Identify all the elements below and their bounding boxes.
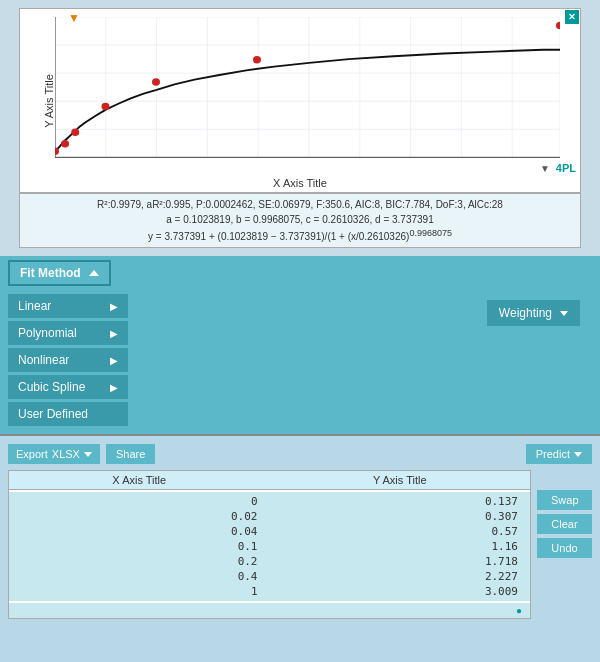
x-cell-5[interactable]: 0.4 bbox=[17, 569, 262, 584]
y-axis-label: Y Axis Title bbox=[43, 74, 55, 128]
predict-button[interactable]: Predict bbox=[526, 444, 592, 464]
stats-line1: R²:0.9979, aR²:0.995, P:0.0002462, SE:0.… bbox=[26, 197, 574, 212]
middle-row: Linear ▶ Polynomial ▶ Nonlinear ▶ Cubic … bbox=[0, 290, 600, 434]
x-cell-4[interactable]: 0.2 bbox=[17, 554, 262, 569]
swap-button[interactable]: Swap bbox=[537, 490, 592, 510]
clear-button[interactable]: Clear bbox=[537, 514, 592, 534]
data-table-area: X Axis Title Y Axis Title 0 0.02 0.04 0.… bbox=[8, 470, 592, 619]
svg-text:0.9: 0.9 bbox=[506, 161, 519, 162]
menu-item-user-defined[interactable]: User Defined bbox=[8, 402, 128, 426]
y-cell-3[interactable]: 1.16 bbox=[278, 539, 523, 554]
linear-arrow-icon: ▶ bbox=[110, 301, 118, 312]
svg-text:0.5: 0.5 bbox=[303, 161, 316, 162]
table-header: X Axis Title Y Axis Title bbox=[9, 471, 530, 490]
chart-dropdown-arrow[interactable]: ▼ bbox=[540, 163, 550, 174]
svg-text:0.7: 0.7 bbox=[404, 161, 417, 162]
table-col-x: 0 0.02 0.04 0.1 0.2 0.4 1 bbox=[9, 490, 270, 603]
top-section: Y Axis Title bbox=[0, 0, 600, 256]
y-cell-4[interactable]: 1.718 bbox=[278, 554, 523, 569]
table-col-y: 0.137 0.307 0.57 1.16 1.718 2.227 3.009 bbox=[270, 490, 531, 603]
svg-point-20 bbox=[71, 129, 79, 136]
svg-point-19 bbox=[61, 140, 69, 147]
middle-section: Fit Method Linear ▶ Polynomial ▶ Nonline… bbox=[0, 256, 600, 434]
y-cell-2[interactable]: 0.57 bbox=[278, 524, 523, 539]
svg-text:0.3: 0.3 bbox=[201, 161, 214, 162]
y-cell-5[interactable]: 2.227 bbox=[278, 569, 523, 584]
menu-item-linear[interactable]: Linear ▶ bbox=[8, 294, 128, 318]
weighting-arrow-down-icon bbox=[560, 311, 568, 316]
menu-item-nonlinear[interactable]: Nonlinear ▶ bbox=[8, 348, 128, 372]
undo-button[interactable]: Undo bbox=[537, 538, 592, 558]
menu-item-polynomial[interactable]: Polynomial ▶ bbox=[8, 321, 128, 345]
export-button[interactable]: Export XLSX bbox=[8, 444, 100, 464]
share-button[interactable]: Share bbox=[106, 444, 155, 464]
weighting-button[interactable]: Weighting bbox=[487, 300, 580, 326]
fit-method-button[interactable]: Fit Method bbox=[8, 260, 111, 286]
y-cell-0[interactable]: 0.137 bbox=[278, 494, 523, 509]
stats-area: R²:0.9979, aR²:0.995, P:0.0002462, SE:0.… bbox=[19, 193, 581, 248]
x-cell-0[interactable]: 0 bbox=[17, 494, 262, 509]
y-cell-1[interactable]: 0.307 bbox=[278, 509, 523, 524]
svg-point-24 bbox=[556, 22, 560, 29]
fit-method-header: Fit Method bbox=[0, 256, 600, 290]
chart-area: Y Axis Title bbox=[19, 8, 581, 193]
x-cell-3[interactable]: 0.1 bbox=[17, 539, 262, 554]
fit-method-arrow-up-icon bbox=[89, 270, 99, 276]
svg-text:0.1: 0.1 bbox=[100, 161, 113, 162]
x-cell-1[interactable]: 0.02 bbox=[17, 509, 262, 524]
export-arrow-icon bbox=[84, 452, 92, 457]
chart-4pl-badge: 4PL bbox=[556, 162, 576, 174]
chart-svg: 0 1 2 3 0 0.1 0.2 0.3 0.4 0.5 0.6 0.7 0.… bbox=[55, 17, 560, 162]
svg-text:0.6: 0.6 bbox=[354, 161, 367, 162]
bottom-toolbar: Export XLSX Share Predict bbox=[8, 444, 592, 464]
x-cell-6[interactable]: 1 bbox=[17, 584, 262, 599]
chart-corner-icon[interactable]: ✕ bbox=[565, 10, 579, 24]
nonlinear-arrow-icon: ▶ bbox=[110, 355, 118, 366]
action-buttons: Swap Clear Undo bbox=[537, 490, 592, 619]
svg-text:0: 0 bbox=[55, 161, 58, 162]
y-cell-6[interactable]: 3.009 bbox=[278, 584, 523, 599]
predict-arrow-icon bbox=[574, 452, 582, 457]
svg-text:0.2: 0.2 bbox=[150, 161, 163, 162]
stats-line3: y = 3.737391 + (0.1023819 − 3.737391)/(1… bbox=[26, 227, 574, 244]
svg-text:0.8: 0.8 bbox=[455, 161, 468, 162]
polynomial-arrow-icon: ▶ bbox=[110, 328, 118, 339]
col-header-x: X Axis Title bbox=[9, 471, 270, 489]
svg-point-21 bbox=[102, 103, 110, 110]
svg-point-22 bbox=[152, 78, 160, 85]
main-container: Y Axis Title bbox=[0, 0, 600, 662]
svg-point-23 bbox=[253, 56, 261, 63]
col-header-y: Y Axis Title bbox=[270, 471, 531, 489]
data-table: X Axis Title Y Axis Title 0 0.02 0.04 0.… bbox=[8, 470, 531, 619]
x-axis-label: X Axis Title bbox=[273, 177, 327, 189]
table-body: 0 0.02 0.04 0.1 0.2 0.4 1 0.137 0.307 bbox=[9, 490, 530, 603]
cubic-spline-arrow-icon: ▶ bbox=[110, 382, 118, 393]
chart-top-arrow: ▼ bbox=[68, 11, 80, 25]
x-cell-2[interactable]: 0.04 bbox=[17, 524, 262, 539]
menu-item-cubic-spline[interactable]: Cubic Spline ▶ bbox=[8, 375, 128, 399]
bottom-section: Export XLSX Share Predict X Axis Title Y… bbox=[0, 434, 600, 662]
table-dot: ● bbox=[9, 603, 530, 618]
stats-line2: a = 0.1023819, b = 0.9968075, c = 0.2610… bbox=[26, 212, 574, 227]
svg-text:0.4: 0.4 bbox=[252, 161, 265, 162]
menu-items: Linear ▶ Polynomial ▶ Nonlinear ▶ Cubic … bbox=[0, 290, 130, 434]
